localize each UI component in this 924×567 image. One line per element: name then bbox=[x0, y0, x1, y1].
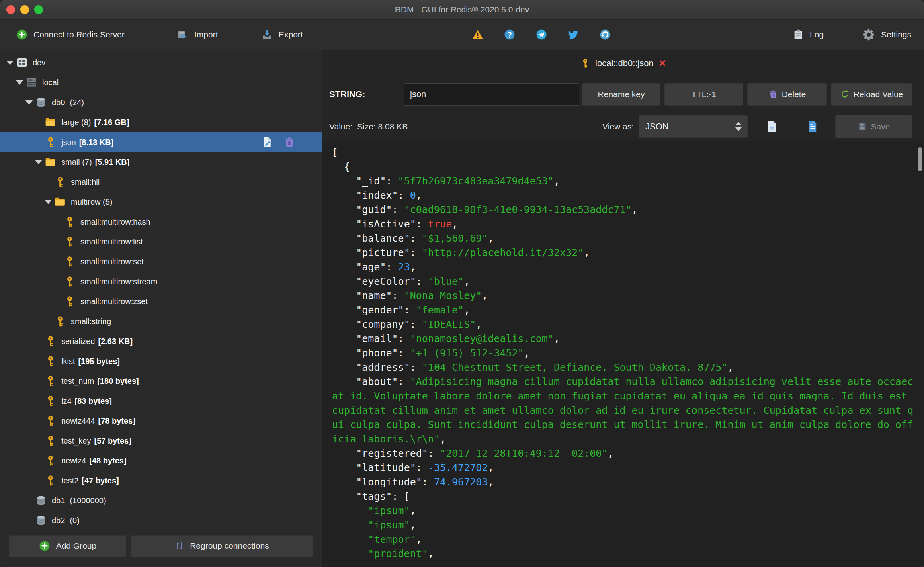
text-view-icon[interactable] bbox=[806, 120, 819, 133]
rename-key-label: Rename key bbox=[598, 90, 645, 99]
help-icon[interactable] bbox=[504, 29, 516, 41]
folder-icon bbox=[54, 196, 66, 208]
expand-arrow[interactable] bbox=[24, 100, 34, 105]
add-group-button[interactable]: Add Group bbox=[9, 535, 126, 557]
tree-item-small-multirow-list[interactable]: small:multirow:list bbox=[0, 232, 322, 252]
key-name-input[interactable] bbox=[404, 83, 579, 106]
connect-button-label: Connect to Redis Server bbox=[33, 30, 125, 39]
tree-item-lkist[interactable]: lkist[195 bytes] bbox=[0, 351, 322, 371]
tree-item-local[interactable]: local bbox=[0, 72, 322, 92]
tree-item-label: lkist bbox=[61, 357, 75, 366]
tree-item-serialized[interactable]: serialized[2.63 KB] bbox=[0, 331, 322, 351]
reload-value-button[interactable]: Reload Value bbox=[831, 83, 912, 106]
json-line: "phone": "+1 (915) 512-3452", bbox=[332, 346, 917, 360]
edit-key-icon[interactable] bbox=[261, 136, 273, 148]
tree-item-lz4[interactable]: lz4[83 bytes] bbox=[0, 391, 322, 411]
tree-item-db2[interactable]: db2(0) bbox=[0, 510, 322, 525]
json-line: "latitude": -35.472702, bbox=[332, 461, 917, 475]
view-as-dropdown[interactable]: JSON bbox=[639, 115, 748, 138]
settings-button[interactable]: Settings bbox=[862, 28, 911, 41]
rename-key-button[interactable]: Rename key bbox=[582, 83, 660, 106]
tree-item-json[interactable]: json[8.13 KB] bbox=[0, 132, 322, 152]
tree-item-newlz4[interactable]: newlz4[48 bytes] bbox=[0, 451, 322, 471]
open-in-editor-icon[interactable] bbox=[765, 120, 779, 133]
key-icon bbox=[54, 315, 66, 327]
zoom-window-button[interactable] bbox=[34, 5, 43, 14]
value-size-text: Size: 8.08 KB bbox=[357, 122, 408, 131]
json-line: "eyeColor": "blue", bbox=[332, 274, 917, 289]
expand-arrow[interactable] bbox=[14, 80, 25, 85]
json-line: "gender": "female", bbox=[332, 303, 917, 317]
tree-item-size: [5.91 KB] bbox=[95, 158, 130, 167]
tree-item-small-hll[interactable]: small:hll bbox=[0, 172, 322, 192]
host-icon bbox=[25, 76, 37, 88]
tree-item-test-key[interactable]: test_key[57 bytes] bbox=[0, 431, 322, 451]
tree-item-label: large (8) bbox=[61, 118, 91, 127]
import-button-label: Import bbox=[194, 30, 218, 39]
tree-item-test2[interactable]: test2[47 bytes] bbox=[0, 471, 322, 491]
expand-arrow[interactable] bbox=[5, 61, 15, 65]
tree-item-small-multirow-zset[interactable]: small:multirow:zset bbox=[0, 291, 322, 311]
tree-item-label: small:string bbox=[71, 317, 111, 326]
tree-item-multirow-5[interactable]: multirow (5) bbox=[0, 192, 322, 212]
add-group-icon bbox=[39, 540, 51, 552]
viewer-scrollbar[interactable] bbox=[918, 147, 922, 171]
add-group-label: Add Group bbox=[56, 541, 97, 551]
json-viewer[interactable]: [ { "_id": "5f7b26973c483ea3479d4e53", "… bbox=[322, 141, 924, 567]
key-editor-bar: STRING: Rename key TTL:-1 Delete bbox=[322, 76, 924, 112]
save-button[interactable]: Save bbox=[835, 115, 912, 138]
settings-button-label: Settings bbox=[881, 30, 911, 39]
twitter-icon[interactable] bbox=[567, 29, 579, 41]
tree-item-size: [48 bytes] bbox=[89, 456, 126, 465]
key-icon bbox=[64, 276, 76, 287]
tree-item-test-num[interactable]: test_num[180 bytes] bbox=[0, 371, 322, 391]
main-toolbar: Connect to Redis Server Import Export Lo… bbox=[0, 20, 924, 50]
connect-button[interactable]: Connect to Redis Server bbox=[16, 20, 125, 50]
tab-close-icon[interactable] bbox=[658, 58, 666, 69]
expand-arrow[interactable] bbox=[43, 200, 53, 204]
tree-item-label: small:multirow:list bbox=[80, 237, 143, 246]
tree-item-small-multirow-hash[interactable]: small:multirow:hash bbox=[0, 212, 322, 232]
delete-key-button[interactable]: Delete bbox=[747, 83, 827, 106]
tree-item-label: small:multirow:hash bbox=[80, 217, 150, 227]
close-window-button[interactable] bbox=[6, 5, 15, 14]
telegram-icon[interactable] bbox=[535, 29, 547, 41]
expand-arrow[interactable] bbox=[33, 160, 44, 164]
warning-icon[interactable] bbox=[472, 29, 484, 41]
tree-item-label: dev bbox=[33, 58, 45, 67]
minimize-window-button[interactable] bbox=[20, 5, 29, 14]
view-as-selected-value: JSON bbox=[645, 121, 669, 132]
tree-item-size: [8.13 KB] bbox=[79, 138, 114, 147]
ttl-button[interactable]: TTL:-1 bbox=[664, 83, 743, 106]
json-line: "registered": "2017-12-28T10:49:12 -02:0… bbox=[332, 446, 917, 461]
log-button[interactable]: Log bbox=[792, 29, 824, 41]
database-icon bbox=[35, 495, 47, 506]
regroup-connections-button[interactable]: Regroup connections bbox=[131, 535, 313, 557]
export-button[interactable]: Export bbox=[261, 20, 303, 50]
tree-item-small-multirow-stream[interactable]: small:multirow:stream bbox=[0, 272, 322, 291]
chevron-updown-icon bbox=[735, 122, 742, 131]
tree-item-label: newlz444 bbox=[61, 416, 95, 426]
import-button[interactable]: Import bbox=[177, 20, 218, 50]
tree-item-small-multirow-set[interactable]: small:multirow:set bbox=[0, 252, 322, 272]
delete-key-icon[interactable] bbox=[283, 136, 295, 148]
tree-item-newlz444[interactable]: newlz444[78 bytes] bbox=[0, 411, 322, 431]
tree-item-dev[interactable]: dev bbox=[0, 53, 322, 72]
json-line: "address": "104 Chestnut Street, Defianc… bbox=[332, 360, 917, 375]
github-icon[interactable] bbox=[599, 29, 611, 41]
key-actions: Rename key TTL:-1 Delete Reload Value bbox=[582, 83, 912, 106]
tree-item-label: small:multirow:zset bbox=[80, 297, 148, 306]
tab-local-db0-json[interactable]: local::db0::json bbox=[580, 58, 666, 69]
tree-item-small-string[interactable]: small:string bbox=[0, 311, 322, 331]
tree-item-label: small:hll bbox=[71, 178, 100, 187]
folder-icon bbox=[45, 156, 57, 168]
json-line: "email": "nonamosley@idealis.com", bbox=[332, 332, 917, 346]
tree-item-small-7[interactable]: small (7)[5.91 KB] bbox=[0, 152, 322, 172]
tree-item-large-8[interactable]: large (8)[7.16 GB] bbox=[0, 112, 322, 132]
toolbar-link-icons bbox=[472, 20, 611, 50]
tree-item-db1[interactable]: db1(1000000) bbox=[0, 491, 322, 510]
value-label: Value: bbox=[329, 122, 352, 131]
tree-item-size: [195 bytes] bbox=[78, 357, 120, 366]
tree-item-db0[interactable]: db0(24) bbox=[0, 92, 322, 112]
tree-item-count: (24) bbox=[70, 98, 84, 107]
